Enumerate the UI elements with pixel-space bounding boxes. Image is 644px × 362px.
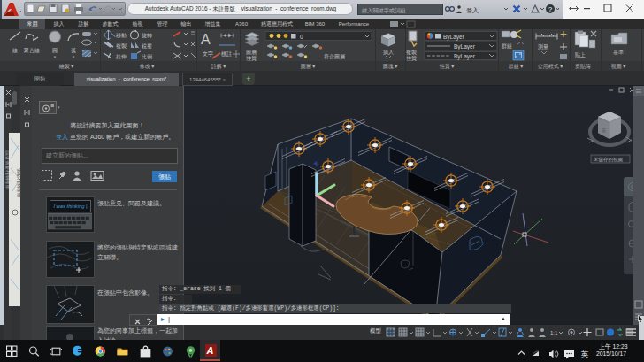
svg-text:▾: ▾ [73,54,75,59]
svg-text:未儲存的視圖: 未儲存的視圖 [594,157,623,163]
svg-text:1:1: 1:1 [550,330,558,335]
svg-text:測量: 測量 [538,43,548,50]
svg-text:圖層: 圖層 [246,50,257,56]
svg-text:線: 線 [12,48,18,53]
svg-text:標註: 標註 [221,50,232,58]
svg-text:前: 前 [602,127,606,133]
svg-text:▾: ▾ [54,54,57,59]
svg-text:性質: 性質 [406,55,417,62]
svg-text:旋轉: 旋轉 [142,33,152,39]
svg-text:聚合線: 聚合線 [24,48,40,54]
svg-text:性質: 性質 [246,55,257,62]
svg-text:複製: 複製 [406,50,417,56]
svg-text:基準: 基準 [613,50,624,55]
svg-text:鏡射: 鏡射 [142,43,152,50]
svg-text:插入: 插入 [383,50,394,56]
svg-text:ByLayer: ByLayer [454,43,476,50]
svg-text:ByLayer: ByLayer [443,34,465,41]
svg-text:0: 0 [300,34,303,40]
svg-text:符合圖層: 符合圖層 [324,54,345,60]
svg-text:拉伸: 拉伸 [116,54,126,59]
svg-text:比例: 比例 [142,54,152,60]
svg-text:群組: 群組 [502,43,512,50]
svg-text:A: A [206,345,214,356]
svg-text:貼上: 貼上 [575,51,586,58]
svg-text:弧: 弧 [71,48,76,53]
svg-text:移動: 移動 [116,33,126,39]
svg-text:A: A [201,32,211,47]
svg-text:ByLayer: ByLayer [454,53,476,60]
svg-text:複製: 複製 [116,43,126,50]
svg-text:文字: 文字 [203,50,213,57]
svg-text:英: 英 [580,350,589,358]
svg-text:圓: 圓 [52,48,58,53]
svg-text:?: ? [548,5,553,13]
svg-text:張貼相關種類: 張貼相關種類 [16,168,22,198]
